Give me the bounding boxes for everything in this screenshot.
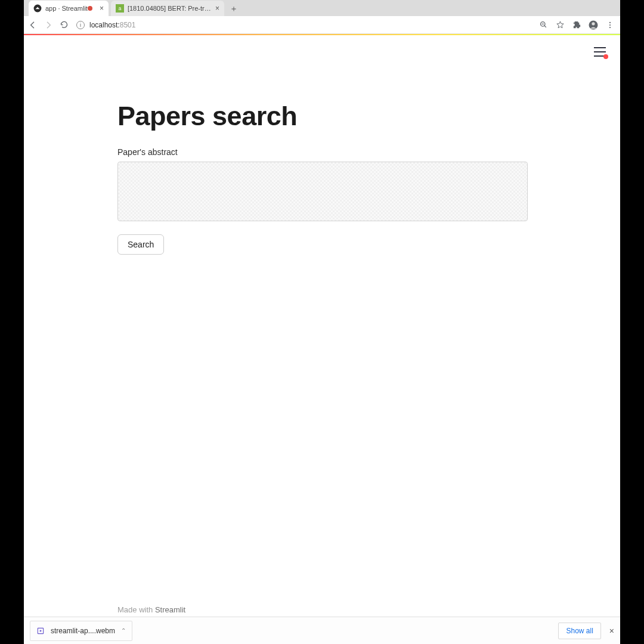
running-indicator-icon xyxy=(603,54,608,59)
svg-point-9 xyxy=(609,24,611,25)
chrome-menu-icon[interactable] xyxy=(605,20,615,30)
tab-title: app · Streamlit xyxy=(45,5,88,12)
download-filename: streamlit-ap....webm xyxy=(51,627,115,635)
address-bar[interactable]: localhost:8501 xyxy=(89,21,533,29)
streamlit-favicon xyxy=(33,4,42,13)
extensions-icon[interactable] xyxy=(571,20,582,30)
browser-window: app · Streamlit × a [1810.04805] BERT: P… xyxy=(24,0,620,644)
close-download-bar-icon[interactable]: × xyxy=(609,626,614,636)
show-all-downloads-button[interactable]: Show all xyxy=(558,623,600,639)
svg-point-10 xyxy=(609,27,611,28)
address-port: 8501 xyxy=(120,21,136,29)
svg-line-4 xyxy=(544,26,546,27)
browser-toolbar: i localhost:8501 xyxy=(24,16,620,34)
recording-indicator-icon xyxy=(88,6,92,11)
download-bar: streamlit-ap....webm ⌃ Show all × xyxy=(24,617,620,644)
reload-icon[interactable] xyxy=(58,20,69,30)
abstract-label: Paper's abstract xyxy=(117,147,528,157)
forward-icon xyxy=(43,20,54,30)
tab-strip: app · Streamlit × a [1810.04805] BERT: P… xyxy=(24,0,620,16)
svg-text:a: a xyxy=(119,6,122,11)
page-title: Papers search xyxy=(117,101,528,132)
toolbar-right xyxy=(538,20,615,30)
download-item[interactable]: streamlit-ap....webm ⌃ xyxy=(30,621,132,641)
svg-point-8 xyxy=(609,21,611,23)
back-icon[interactable] xyxy=(27,20,38,30)
streamlit-link[interactable]: Streamlit xyxy=(155,605,185,614)
zoom-icon[interactable] xyxy=(538,20,549,30)
abstract-input[interactable] xyxy=(117,162,528,221)
search-button[interactable]: Search xyxy=(117,234,164,255)
tab-title: [1810.04805] BERT: Pre-train... xyxy=(128,5,212,12)
footer-prefix: Made with xyxy=(117,605,155,614)
close-tab-icon[interactable]: × xyxy=(100,4,104,13)
streamlit-menu-button[interactable] xyxy=(594,47,606,57)
chevron-up-icon[interactable]: ⌃ xyxy=(121,627,126,634)
arxiv-favicon: a xyxy=(116,4,124,13)
close-tab-icon[interactable]: × xyxy=(215,4,219,13)
site-info-icon[interactable]: i xyxy=(76,21,85,29)
streamlit-footer: Made with Streamlit xyxy=(117,605,185,614)
tab-arxiv-bert[interactable]: a [1810.04805] BERT: Pre-train... × xyxy=(111,1,224,16)
hamburger-icon xyxy=(594,47,606,57)
video-file-icon xyxy=(36,627,45,635)
tab-app-streamlit[interactable]: app · Streamlit × xyxy=(29,1,109,16)
svg-point-7 xyxy=(592,22,595,25)
profile-icon[interactable] xyxy=(588,20,599,30)
address-host: localhost: xyxy=(89,21,120,29)
bookmark-star-icon[interactable] xyxy=(555,20,565,30)
new-tab-button[interactable]: ＋ xyxy=(227,2,241,16)
main-content: Papers search Paper's abstract Search xyxy=(117,101,528,255)
page-body: Papers search Paper's abstract Search Ma… xyxy=(24,35,620,644)
